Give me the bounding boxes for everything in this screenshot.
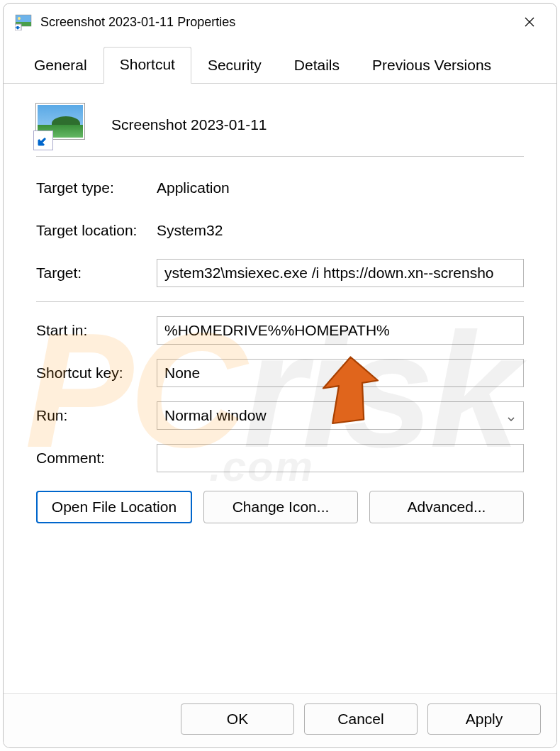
chevron-down-icon bbox=[506, 411, 516, 421]
run-select-value: Normal window bbox=[164, 407, 267, 424]
target-label: Target: bbox=[36, 265, 157, 282]
close-button[interactable] bbox=[514, 6, 545, 38]
change-icon-button[interactable]: Change Icon... bbox=[203, 491, 358, 523]
start-in-label: Start in: bbox=[36, 322, 157, 339]
apply-button[interactable]: Apply bbox=[427, 703, 541, 735]
titlebar: Screenshot 2023-01-11 Properties bbox=[4, 4, 556, 40]
shortcut-key-label: Shortcut key: bbox=[36, 365, 157, 382]
advanced-button[interactable]: Advanced... bbox=[369, 491, 524, 523]
photo-shortcut-icon bbox=[15, 13, 32, 30]
comment-input[interactable] bbox=[157, 444, 524, 472]
open-file-location-button[interactable]: Open File Location bbox=[36, 491, 192, 523]
start-in-input[interactable] bbox=[157, 316, 524, 345]
svg-point-2 bbox=[18, 17, 21, 20]
properties-window: Screenshot 2023-01-11 Properties General… bbox=[3, 3, 557, 748]
tab-general[interactable]: General bbox=[18, 48, 103, 84]
shortcut-overlay-icon bbox=[33, 130, 53, 150]
separator bbox=[36, 301, 524, 302]
shortcut-key-input[interactable] bbox=[157, 359, 524, 387]
run-label: Run: bbox=[36, 407, 157, 424]
tab-shortcut[interactable]: Shortcut bbox=[103, 47, 191, 84]
close-icon bbox=[524, 16, 535, 28]
cancel-button[interactable]: Cancel bbox=[304, 703, 418, 735]
tab-details[interactable]: Details bbox=[278, 48, 356, 84]
tab-bar: General Shortcut Security Details Previo… bbox=[4, 40, 556, 84]
target-location-label: Target location: bbox=[36, 222, 157, 239]
shortcut-large-icon bbox=[36, 104, 87, 146]
dialog-footer: OK Cancel Apply bbox=[4, 693, 556, 747]
window-title: Screenshot 2023-01-11 Properties bbox=[40, 15, 235, 30]
target-type-label: Target type: bbox=[36, 179, 157, 196]
tab-content: PCrisk .com Screenshot 2023-01-11 Target… bbox=[4, 84, 556, 693]
target-location-value: System32 bbox=[157, 222, 223, 239]
ok-button[interactable]: OK bbox=[181, 703, 294, 735]
shortcut-name: Screenshot 2023-01-11 bbox=[111, 116, 267, 133]
shortcut-header: Screenshot 2023-01-11 bbox=[36, 104, 524, 146]
separator bbox=[36, 156, 524, 157]
tab-security[interactable]: Security bbox=[191, 48, 278, 84]
run-select[interactable]: Normal window bbox=[157, 401, 524, 430]
tab-previous-versions[interactable]: Previous Versions bbox=[356, 48, 508, 84]
target-input[interactable] bbox=[157, 259, 524, 287]
target-type-value: Application bbox=[157, 179, 230, 196]
comment-label: Comment: bbox=[36, 450, 157, 467]
